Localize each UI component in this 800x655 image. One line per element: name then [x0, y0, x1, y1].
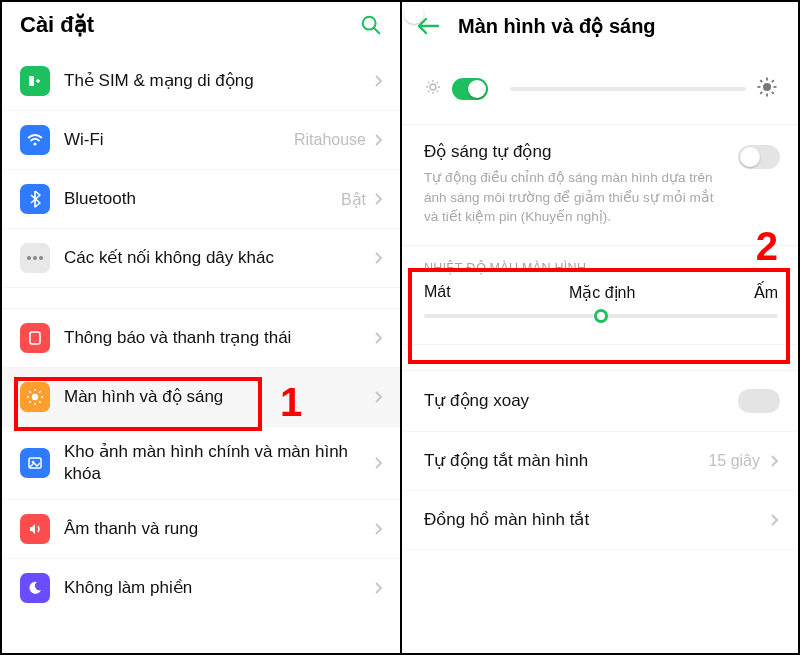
color-temp-row: Mát Mặc định Ấm: [402, 283, 798, 345]
svg-line-13: [29, 391, 31, 393]
brightness-icon: [20, 382, 50, 412]
svg-point-3: [33, 142, 36, 145]
auto-brightness-toggle[interactable]: [738, 145, 780, 169]
svg-point-28: [763, 83, 771, 91]
brightness-low-icon: [424, 78, 442, 100]
chevron-right-icon: [374, 251, 384, 265]
row-label: Thẻ SIM & mạng di động: [64, 70, 374, 92]
notification-icon: [20, 323, 50, 353]
temp-warm-label: Ấm: [754, 283, 778, 302]
svg-line-16: [39, 391, 41, 393]
row-wifi[interactable]: Wi-Fi Ritahouse: [2, 111, 400, 170]
svg-rect-7: [30, 332, 40, 344]
search-icon[interactable]: [360, 14, 382, 36]
row-label: Màn hình và độ sáng: [64, 386, 374, 408]
auto-brightness-desc: Tự động điều chỉnh độ sáng màn hình dựa …: [424, 168, 778, 227]
row-sound[interactable]: Âm thanh và rung: [2, 500, 400, 559]
settings-header: Cài đặt: [2, 2, 400, 52]
row-bluetooth[interactable]: Bluetooth Bật: [2, 170, 400, 229]
svg-line-24: [428, 82, 429, 83]
row-dnd[interactable]: Không làm phiền: [2, 559, 400, 617]
temp-cool-label: Mát: [424, 283, 451, 302]
svg-point-4: [27, 256, 31, 260]
row-label: Âm thanh và rung: [64, 518, 374, 540]
color-temp-heading: NHIỆT ĐỘ MÀU MÀN HÌNH: [402, 246, 798, 283]
svg-point-5: [33, 256, 37, 260]
brightness-toggle[interactable]: [452, 78, 488, 100]
row-value: Bật: [341, 190, 366, 209]
svg-line-27: [437, 82, 438, 83]
display-pane: Màn hình và độ sáng Độ sáng tự động Tự đ…: [402, 2, 798, 653]
auto-brightness-title: Độ sáng tự động: [424, 141, 778, 162]
chevron-right-icon: [770, 513, 780, 527]
row-display-brightness[interactable]: Màn hình và độ sáng: [2, 368, 400, 427]
temp-default-label: Mặc định: [569, 283, 635, 302]
row-label: Tự động tắt màn hình: [424, 450, 708, 472]
chevron-right-icon: [374, 390, 384, 404]
wifi-icon: [20, 125, 50, 155]
row-notifications[interactable]: Thông báo và thanh trạng thái: [2, 309, 400, 368]
brightness-slider[interactable]: [510, 87, 746, 91]
row-wallpaper[interactable]: Kho ảnh màn hình chính và màn hình khóa: [2, 427, 400, 500]
chevron-right-icon: [374, 133, 384, 147]
section-gap: [402, 345, 798, 371]
settings-pane: Cài đặt Thẻ SIM & mạng di động Wi-Fi Rit…: [2, 2, 402, 653]
auto-rotate-toggle[interactable]: [738, 389, 780, 413]
list-separator: [2, 287, 400, 309]
chevron-right-icon: [374, 581, 384, 595]
color-temp-slider[interactable]: [424, 314, 778, 318]
row-auto-rotate[interactable]: Tự động xoay: [402, 371, 798, 432]
svg-line-25: [437, 91, 438, 92]
row-screen-timeout[interactable]: Tự động tắt màn hình 15 giây: [402, 432, 798, 491]
svg-line-34: [772, 92, 774, 94]
svg-rect-2: [29, 76, 34, 86]
moon-icon: [20, 573, 50, 603]
sim-icon: [20, 66, 50, 96]
auto-brightness-block: Độ sáng tự động Tự động điều chỉnh độ sá…: [402, 125, 798, 246]
slider-knob-icon[interactable]: [594, 309, 608, 323]
gallery-icon: [20, 448, 50, 478]
row-label: Thông báo và thanh trạng thái: [64, 327, 374, 349]
svg-point-8: [32, 394, 38, 400]
row-label: Kho ảnh màn hình chính và màn hình khóa: [64, 441, 374, 485]
display-header: Màn hình và độ sáng: [402, 2, 798, 54]
row-sim[interactable]: Thẻ SIM & mạng di động: [2, 52, 400, 111]
svg-point-6: [39, 256, 43, 260]
settings-list-1: Thẻ SIM & mạng di động Wi-Fi Ritahouse B…: [2, 52, 400, 287]
svg-line-15: [29, 401, 31, 403]
settings-list-2: Thông báo và thanh trạng thái Màn hình v…: [2, 309, 400, 617]
svg-point-19: [430, 84, 436, 90]
chevron-right-icon: [374, 522, 384, 536]
row-label: Tự động xoay: [424, 390, 738, 412]
brightness-slider-row: [402, 54, 798, 125]
row-value: 15 giây: [708, 452, 760, 470]
svg-line-36: [772, 80, 774, 82]
svg-line-33: [760, 80, 762, 82]
svg-line-26: [428, 91, 429, 92]
bluetooth-icon: [20, 184, 50, 214]
row-label: Các kết nối không dây khác: [64, 247, 374, 269]
row-off-clock[interactable]: Đồng hồ màn hình tắt: [402, 491, 798, 550]
row-label: Wi-Fi: [64, 129, 294, 151]
row-label: Đồng hồ màn hình tắt: [424, 509, 770, 531]
brightness-high-icon: [756, 76, 778, 102]
display-title: Màn hình và độ sáng: [458, 14, 656, 38]
chevron-right-icon: [374, 192, 384, 206]
more-icon: [20, 243, 50, 273]
sound-icon: [20, 514, 50, 544]
svg-line-14: [39, 401, 41, 403]
row-value: Ritahouse: [294, 131, 366, 149]
svg-line-35: [760, 92, 762, 94]
chevron-right-icon: [770, 454, 780, 468]
row-other-wireless[interactable]: Các kết nối không dây khác: [2, 229, 400, 287]
row-label: Không làm phiền: [64, 577, 374, 599]
settings-title: Cài đặt: [20, 12, 94, 38]
row-label: Bluetooth: [64, 188, 341, 210]
chevron-right-icon: [374, 456, 384, 470]
chevron-right-icon: [374, 331, 384, 345]
svg-line-1: [374, 28, 380, 34]
chevron-right-icon: [374, 74, 384, 88]
